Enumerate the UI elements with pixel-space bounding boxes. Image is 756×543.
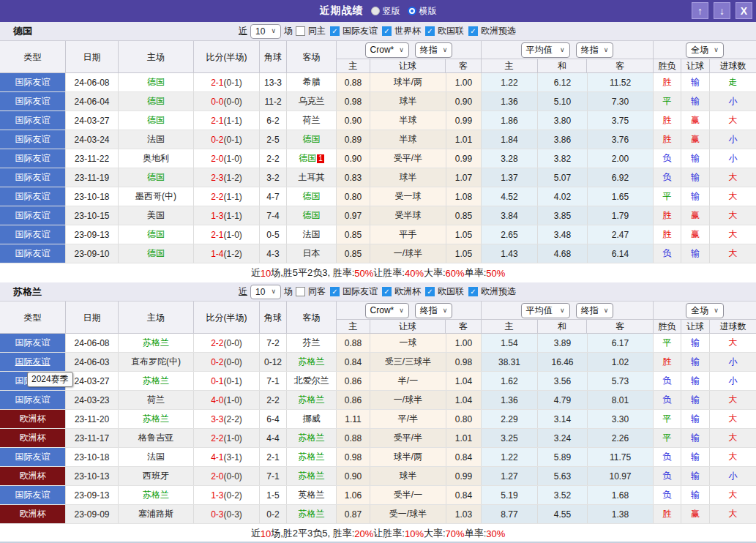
cell-away-team[interactable]: 北爱尔兰 bbox=[287, 372, 337, 390]
cell-home-team[interactable]: 美国 bbox=[119, 206, 194, 225]
cell-away-team[interactable]: 德国 bbox=[287, 187, 337, 206]
league-checkbox-label[interactable]: 欧洲预选 bbox=[481, 285, 516, 298]
cell-score[interactable]: 2-1(1-0) bbox=[194, 225, 260, 244]
cell-home-team[interactable]: 苏格兰 bbox=[119, 486, 194, 504]
cell-league[interactable]: 国际友谊 bbox=[0, 334, 66, 352]
cell-league[interactable]: 国际友谊 bbox=[0, 187, 66, 206]
cell-score[interactable]: 2-2(1-1) bbox=[194, 187, 260, 206]
league-checkbox-label[interactable]: 国际友谊 bbox=[343, 25, 378, 37]
cell-league[interactable]: 国际友谊 bbox=[0, 244, 66, 263]
cell-home-team[interactable]: 法国 bbox=[119, 130, 194, 149]
horizontal-mode-radio[interactable]: 横版 bbox=[408, 5, 437, 18]
league-checkbox[interactable]: ✓ bbox=[382, 287, 392, 296]
league-checkbox[interactable]: ✓ bbox=[382, 26, 392, 36]
scope-dropdown[interactable]: 全场∨ bbox=[686, 42, 724, 58]
cell-score[interactable]: 4-1(3-1) bbox=[194, 448, 260, 466]
cell-score[interactable]: 0-0(0-0) bbox=[194, 92, 260, 111]
league-checkbox[interactable]: ✓ bbox=[425, 287, 435, 296]
radio-selected-icon[interactable] bbox=[408, 7, 416, 15]
league-checkbox[interactable]: ✓ bbox=[330, 287, 340, 296]
cell-league[interactable]: 国际友谊 bbox=[0, 206, 66, 225]
league-checkbox-label[interactable]: 欧国联 bbox=[438, 285, 464, 298]
cell-league[interactable]: 国际友谊 bbox=[0, 225, 66, 244]
vertical-mode-radio[interactable]: 竖版 bbox=[371, 5, 400, 18]
league-checkbox[interactable]: ✓ bbox=[425, 26, 435, 36]
cell-home-team[interactable]: 苏格兰 bbox=[119, 410, 194, 428]
move-down-button[interactable]: ↓ bbox=[714, 2, 730, 19]
cell-score[interactable]: 3-3(2-2) bbox=[194, 410, 260, 428]
cell-home-team[interactable]: 墨西哥(中) bbox=[119, 187, 194, 206]
same-venue-checkbox[interactable] bbox=[296, 26, 305, 36]
cell-league[interactable]: 国际友谊 bbox=[0, 130, 66, 149]
cell-score[interactable]: 0-2(0-1) bbox=[194, 130, 260, 149]
recent-link[interactable]: 近 bbox=[239, 25, 247, 37]
cell-away-team[interactable]: 德国1 bbox=[287, 149, 337, 168]
average-dropdown[interactable]: 平均值 ∨ bbox=[521, 42, 570, 58]
cell-away-team[interactable]: 苏格兰 bbox=[287, 429, 337, 447]
cell-league[interactable]: 欧洲杯 bbox=[0, 505, 66, 523]
final-odds-dropdown[interactable]: 终指∨ bbox=[415, 42, 453, 58]
cell-score[interactable]: 4-0(1-0) bbox=[194, 391, 260, 409]
cell-away-team[interactable]: 英格兰 bbox=[287, 486, 337, 504]
average-dropdown[interactable]: 平均值 ∨ bbox=[521, 303, 570, 318]
cell-away-team[interactable]: 日本 bbox=[287, 244, 337, 263]
same-venue-checkbox[interactable] bbox=[296, 287, 305, 296]
league-checkbox[interactable]: ✓ bbox=[468, 287, 478, 296]
cell-score[interactable]: 2-2(1-0) bbox=[194, 429, 260, 447]
cell-score[interactable]: 2-1(1-1) bbox=[194, 111, 260, 130]
cell-score[interactable]: 1-4(1-2) bbox=[194, 244, 260, 263]
cell-home-team[interactable]: 西班牙 bbox=[119, 467, 194, 485]
cell-away-team[interactable]: 芬兰 bbox=[287, 334, 337, 352]
cell-away-team[interactable]: 苏格兰 bbox=[287, 353, 337, 371]
close-button[interactable]: X bbox=[736, 2, 752, 19]
same-venue-label[interactable]: 同主 bbox=[308, 25, 326, 37]
cell-league[interactable]: 国际友谊 bbox=[0, 353, 66, 371]
cell-home-team[interactable]: 法国 bbox=[119, 448, 194, 466]
cell-home-team[interactable]: 荷兰 bbox=[119, 391, 194, 409]
cell-home-team[interactable]: 塞浦路斯 bbox=[119, 505, 194, 523]
recent-link[interactable]: 近 bbox=[239, 285, 247, 298]
odds-company-dropdown[interactable]: Crow*∨ bbox=[365, 42, 409, 58]
cell-home-team[interactable]: 德国 bbox=[119, 92, 194, 111]
cell-home-team[interactable]: 直布罗陀(中) bbox=[119, 353, 194, 371]
vertical-mode-label[interactable]: 竖版 bbox=[383, 5, 400, 18]
cell-league[interactable]: 欧洲杯 bbox=[0, 467, 66, 485]
cell-away-team[interactable]: 苏格兰 bbox=[287, 391, 337, 409]
cell-away-team[interactable]: 苏格兰 bbox=[287, 505, 337, 523]
cell-away-team[interactable]: 德国 bbox=[287, 130, 337, 149]
cell-away-team[interactable]: 苏格兰 bbox=[287, 448, 337, 466]
cell-home-team[interactable]: 格鲁吉亚 bbox=[119, 429, 194, 447]
cell-home-team[interactable]: 德国 bbox=[119, 168, 194, 187]
cell-away-team[interactable]: 希腊 bbox=[287, 73, 337, 91]
league-checkbox-label[interactable]: 欧洲预选 bbox=[481, 25, 516, 37]
league-checkbox[interactable]: ✓ bbox=[468, 26, 478, 36]
cell-league[interactable]: 国际友谊 bbox=[0, 92, 66, 111]
cell-away-team[interactable]: 乌克兰 bbox=[287, 92, 337, 111]
scope-dropdown[interactable]: 全场∨ bbox=[686, 303, 724, 318]
match-count-select[interactable]: 10∨ bbox=[250, 24, 281, 39]
cell-league[interactable]: 国际友谊 bbox=[0, 168, 66, 187]
cell-league[interactable]: 国际友谊 bbox=[0, 448, 66, 466]
cell-home-team[interactable]: 奥地利 bbox=[119, 149, 194, 168]
cell-score[interactable]: 2-0(1-0) bbox=[194, 149, 260, 168]
same-venue-label[interactable]: 同客 bbox=[308, 285, 326, 298]
league-checkbox-label[interactable]: 欧洲杯 bbox=[394, 285, 421, 298]
cell-home-team[interactable]: 德国 bbox=[119, 111, 194, 130]
league-checkbox-label[interactable]: 世界杯 bbox=[394, 25, 421, 37]
league-checkbox-label[interactable]: 欧国联 bbox=[438, 25, 464, 37]
cell-score[interactable]: 2-1(0-1) bbox=[194, 73, 260, 91]
league-checkbox[interactable]: ✓ bbox=[330, 26, 340, 36]
cell-away-team[interactable]: 挪威 bbox=[287, 410, 337, 428]
radio-icon[interactable] bbox=[371, 7, 380, 15]
cell-score[interactable]: 0-2(0-0) bbox=[194, 353, 260, 371]
cell-score[interactable]: 2-3(1-2) bbox=[194, 168, 260, 187]
cell-league[interactable]: 国际友谊 bbox=[0, 73, 66, 91]
move-up-button[interactable]: ↑ bbox=[692, 2, 708, 19]
cell-home-team[interactable]: 德国 bbox=[119, 244, 194, 263]
cell-league[interactable]: 国际友谊 bbox=[0, 111, 66, 130]
cell-home-team[interactable]: 德国 bbox=[119, 73, 194, 91]
cell-home-team[interactable]: 德国 bbox=[119, 225, 194, 244]
league-checkbox-label[interactable]: 国际友谊 bbox=[343, 285, 378, 298]
cell-away-team[interactable]: 土耳其 bbox=[287, 168, 337, 187]
cell-score[interactable]: 2-2(0-0) bbox=[194, 334, 260, 352]
